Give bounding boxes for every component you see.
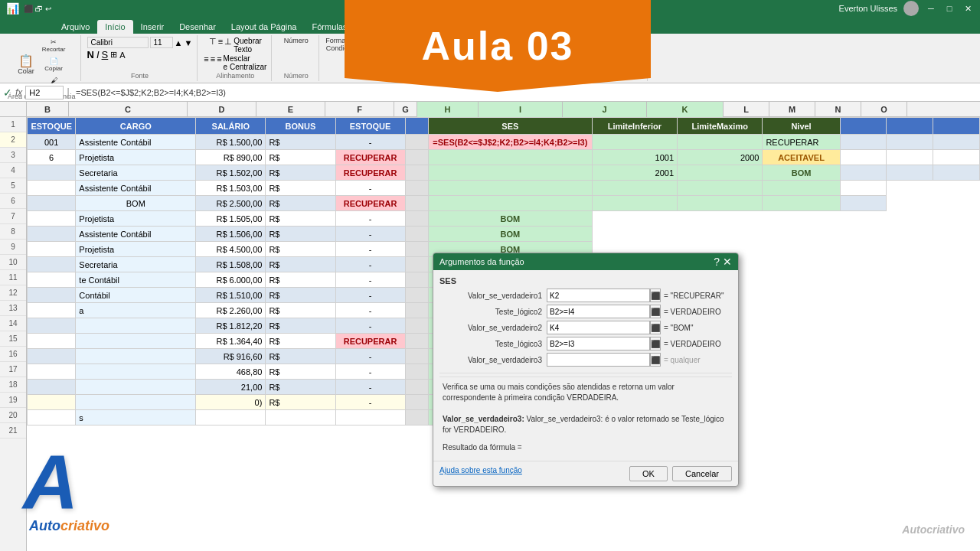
cell-f8[interactable]: - <box>335 227 405 242</box>
cell-d7[interactable]: R$ 1.505,00 <box>196 211 266 227</box>
cell-h6[interactable] <box>428 196 592 211</box>
cell-b16[interactable] <box>28 349 76 364</box>
cell-g11[interactable] <box>405 272 428 288</box>
cell-l4[interactable] <box>840 165 887 181</box>
cell-n2[interactable] <box>933 135 980 150</box>
italic-btn[interactable]: I <box>96 49 100 60</box>
cell-b2[interactable]: 001 <box>28 135 76 150</box>
tab-inserir[interactable]: Inserir <box>133 20 172 34</box>
cell-c5[interactable]: Assistente Contábil <box>76 181 196 196</box>
cell-d9[interactable]: R$ 4.500,00 <box>196 242 266 257</box>
cell-b7[interactable] <box>28 211 76 227</box>
cell-k6[interactable] <box>763 196 840 211</box>
cell-d2[interactable]: R$ 1.500,00 <box>196 135 266 150</box>
copy-btn[interactable]: 📄Copiar <box>39 56 69 73</box>
cell-h8[interactable]: BOM <box>428 227 592 242</box>
cell-g9[interactable] <box>405 242 428 257</box>
cell-b14[interactable] <box>28 318 76 334</box>
cell-j6[interactable] <box>678 196 763 211</box>
cell-i4[interactable]: 2001 <box>592 165 677 181</box>
cell-c3[interactable]: Projetista <box>76 150 196 165</box>
cell-c14[interactable] <box>76 318 196 334</box>
cell-e11[interactable]: R$ <box>266 272 335 288</box>
cell-l6[interactable] <box>840 196 887 211</box>
cell-d10[interactable]: R$ 1.508,00 <box>196 257 266 272</box>
cell-f5[interactable]: - <box>335 181 405 196</box>
maximize-btn[interactable]: □ <box>943 2 956 15</box>
dialog-input-2[interactable] <box>547 305 650 318</box>
cell-c4[interactable]: Secretaria <box>76 165 196 181</box>
cell-j2[interactable] <box>678 135 763 150</box>
cell-b8[interactable] <box>28 227 76 242</box>
cell-j4[interactable] <box>678 165 763 181</box>
cell-i3[interactable]: 1001 <box>592 150 677 165</box>
cell-c16[interactable] <box>76 349 196 364</box>
cell-e14[interactable]: R$ <box>266 318 335 334</box>
cell-e16[interactable]: R$ <box>266 349 335 364</box>
cell-b19[interactable] <box>28 395 76 410</box>
table-row[interactable]: 6 Projetista R$ 890,00 R$ RECUPERAR 1001… <box>28 150 980 165</box>
table-row[interactable]: 001 Assistente Contábil R$ 1.500,00 R$ -… <box>28 135 980 150</box>
cell-c19[interactable] <box>76 395 196 410</box>
cell-b3[interactable]: 6 <box>28 150 76 165</box>
cell-b11[interactable] <box>28 272 76 288</box>
formula-fx[interactable]: fx <box>15 87 22 98</box>
cell-h7[interactable]: BOM <box>428 211 592 227</box>
cell-n3[interactable] <box>933 150 980 165</box>
cell-d12[interactable]: R$ 1.510,00 <box>196 288 266 303</box>
cell-j3[interactable]: 2000 <box>678 150 763 165</box>
cell-d17[interactable]: 468,80 <box>196 364 266 380</box>
cell-k5[interactable] <box>763 181 840 196</box>
cell-e2[interactable]: R$ <box>266 135 335 150</box>
align-center-btn[interactable]: ≡ <box>211 54 215 71</box>
cell-f13[interactable]: - <box>335 303 405 318</box>
cell-k3[interactable]: ACEITAVEL <box>763 150 840 165</box>
cell-f9[interactable]: - <box>335 242 405 257</box>
cell-f12[interactable]: - <box>335 288 405 303</box>
bold-btn[interactable]: N <box>87 49 94 60</box>
cell-b9[interactable] <box>28 242 76 257</box>
cut-btn[interactable]: ✂Recortar <box>39 37 69 54</box>
close-btn[interactable]: ✕ <box>962 2 974 15</box>
cell-l3[interactable] <box>840 150 887 165</box>
cell-g19[interactable] <box>405 395 428 410</box>
dialog-input-4[interactable] <box>547 337 650 350</box>
cell-d14[interactable]: R$ 1.812,20 <box>196 318 266 334</box>
table-row[interactable]: BOM R$ 2.500,00 R$ RECUPERAR <box>28 196 980 211</box>
cell-f20[interactable] <box>335 410 405 425</box>
cell-c15[interactable] <box>76 334 196 349</box>
cell-c17[interactable] <box>76 364 196 380</box>
cell-j5[interactable] <box>678 181 763 196</box>
cell-f19[interactable]: - <box>335 395 405 410</box>
dialog-input-3[interactable] <box>547 321 650 334</box>
cell-g14[interactable] <box>405 318 428 334</box>
cell-f18[interactable]: - <box>335 380 405 395</box>
cell-h4[interactable] <box>428 165 592 181</box>
cell-e12[interactable]: R$ <box>266 288 335 303</box>
cell-d13[interactable]: R$ 2.260,00 <box>196 303 266 318</box>
cell-e10[interactable]: R$ <box>266 257 335 272</box>
cell-d6[interactable]: R$ 2.500,00 <box>196 196 266 211</box>
cell-f11[interactable]: - <box>335 272 405 288</box>
align-middle-btn[interactable]: ≡ <box>218 37 223 54</box>
cell-g4[interactable] <box>405 165 428 181</box>
cell-d11[interactable]: R$ 6.000,00 <box>196 272 266 288</box>
table-row[interactable]: Assistente Contábil R$ 1.503,00 R$ - <box>28 181 980 196</box>
align-bottom-btn[interactable]: ⊥ <box>224 37 232 54</box>
align-left-btn[interactable]: ≡ <box>204 54 208 71</box>
underline-btn[interactable]: S <box>102 49 109 60</box>
cell-g20[interactable] <box>405 410 428 425</box>
cell-i2[interactable] <box>592 135 677 150</box>
cell-e15[interactable]: R$ <box>266 334 335 349</box>
cell-e17[interactable]: R$ <box>266 364 335 380</box>
table-row[interactable]: Projetista R$ 1.505,00 R$ - BOM <box>28 211 980 227</box>
cell-e8[interactable]: R$ <box>266 227 335 242</box>
cell-e18[interactable]: R$ <box>266 380 335 395</box>
align-right-btn[interactable]: ≡ <box>217 54 221 71</box>
cell-e13[interactable]: R$ <box>266 303 335 318</box>
dialog-help-link[interactable]: Ajuda sobre esta função <box>439 466 522 481</box>
cell-i6[interactable] <box>592 196 677 211</box>
cell-g5[interactable] <box>405 181 428 196</box>
tab-desenhar[interactable]: Desenhar <box>172 20 224 34</box>
cell-d15[interactable]: R$ 1.364,40 <box>196 334 266 349</box>
